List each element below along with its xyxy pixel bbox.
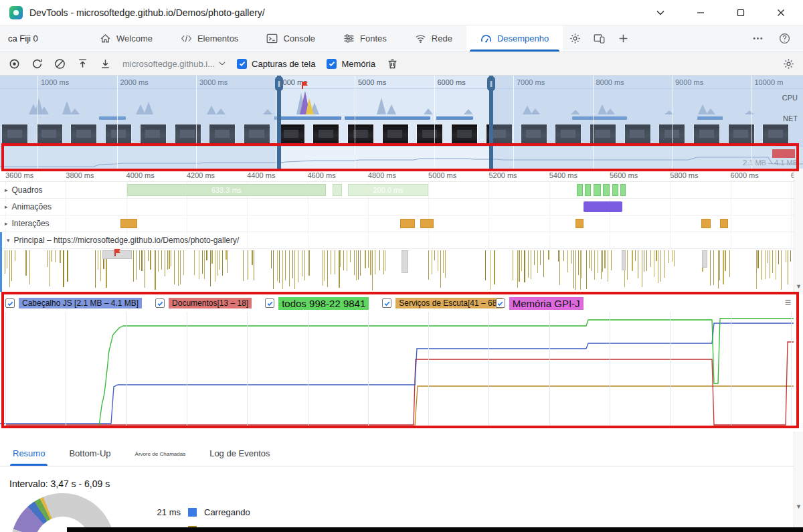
animation-bar[interactable] bbox=[584, 201, 622, 212]
details-tab-bottom-up[interactable]: Bottom-Up bbox=[69, 448, 110, 466]
flame-activity-tick bbox=[360, 250, 361, 276]
interaction-bar[interactable] bbox=[120, 219, 137, 228]
details-scrollbar[interactable]: ▼ bbox=[794, 432, 803, 527]
flame-activity-tick bbox=[95, 250, 96, 288]
flame-activity-tick bbox=[571, 250, 571, 264]
interactions-track-label[interactable]: ▸ Interações bbox=[5, 219, 52, 228]
interaction-bar[interactable] bbox=[720, 219, 728, 228]
frames-track-label[interactable]: ▸ Quadros bbox=[5, 185, 46, 195]
interaction-bar[interactable] bbox=[701, 219, 711, 228]
counter-legend-item[interactable]: Documentos[13 – 18] bbox=[155, 298, 252, 308]
flame-gray-block bbox=[622, 250, 626, 270]
flame-activity-tick bbox=[443, 250, 444, 273]
device-toolbar-icon[interactable] bbox=[587, 25, 611, 52]
selection-handle-left[interactable]: ∥ bbox=[277, 76, 281, 169]
tab-elementos[interactable]: Elementos bbox=[167, 25, 252, 52]
trash-icon[interactable] bbox=[387, 58, 398, 70]
animations-track[interactable]: ▸ Animações bbox=[0, 199, 794, 215]
counter-legend-item[interactable]: Memória GPI-J bbox=[496, 297, 584, 310]
chevron-down-icon[interactable] bbox=[650, 4, 671, 21]
flame-activity-tick bbox=[7, 250, 7, 268]
timeline-flag-icon bbox=[302, 82, 303, 89]
scroll-down-icon[interactable]: ▼ bbox=[794, 283, 803, 290]
main-track-header[interactable]: ▾ Principal – https://microsoftedge.gith… bbox=[2, 232, 794, 249]
frame-bar[interactable]: 633.3 ms bbox=[127, 184, 326, 196]
hamburger-icon[interactable]: ≡ bbox=[785, 296, 791, 308]
download-profile-icon[interactable] bbox=[100, 58, 111, 70]
frame-bar[interactable] bbox=[333, 184, 342, 196]
devtools-tab-bar: ca Fiji 0 WelcomeElementosConsoleFontesR… bbox=[0, 25, 803, 52]
overview-gridline bbox=[434, 76, 435, 169]
screenshots-checkbox[interactable] bbox=[237, 59, 247, 69]
memory-checkbox[interactable] bbox=[327, 59, 337, 69]
animations-track-label[interactable]: ▸ Animações bbox=[5, 202, 54, 211]
tab-rede[interactable]: Rede bbox=[401, 25, 466, 52]
counter-legend-item[interactable]: Cabeçalho JS [2.1 MB – 4.1 MB] bbox=[5, 298, 142, 308]
ruler-label: 5600 ms bbox=[610, 171, 638, 179]
flame-activity-tick bbox=[243, 250, 244, 281]
page-selector[interactable]: microsoftedge.github.i... bbox=[122, 59, 226, 69]
maximize-icon[interactable] bbox=[731, 4, 751, 21]
ruler-label: 5800 ms bbox=[670, 171, 698, 179]
counter-legend-item[interactable]: Serviços de Escuta[41 – 68] bbox=[382, 298, 502, 308]
flame-activity-tick bbox=[204, 250, 205, 279]
memory-counters-chart[interactable] bbox=[0, 312, 794, 426]
flame-activity-tick bbox=[440, 250, 441, 288]
record-icon[interactable] bbox=[9, 58, 20, 70]
screenshot-thumbnail bbox=[278, 124, 305, 145]
tab-welcome[interactable]: Welcome bbox=[86, 25, 167, 52]
flame-activity-tick bbox=[308, 250, 310, 276]
details-tab-resumo[interactable]: Resumo bbox=[13, 448, 45, 466]
counter-checkbox[interactable] bbox=[265, 298, 274, 308]
tracks-scrollbar[interactable]: ▼ bbox=[794, 169, 803, 292]
flame-activity-tick bbox=[642, 250, 642, 287]
frame-bar[interactable]: 200.0 ms bbox=[348, 184, 428, 196]
flame-activity-tick bbox=[543, 250, 544, 277]
minimize-icon[interactable] bbox=[691, 4, 711, 21]
details-tab-log-de-eventos[interactable]: Log de Eventos bbox=[209, 448, 270, 466]
close-icon[interactable] bbox=[771, 4, 791, 21]
gear-icon[interactable] bbox=[563, 25, 587, 52]
flame-activity-tick bbox=[770, 250, 770, 278]
flame-activity-tick bbox=[372, 250, 373, 290]
memory-option[interactable]: Memória bbox=[327, 59, 375, 69]
plus-icon[interactable] bbox=[611, 25, 635, 52]
flame-activity-tick bbox=[517, 250, 518, 288]
flame-activity-tick bbox=[710, 250, 711, 286]
tab-desempenho[interactable]: Desempenho bbox=[466, 25, 563, 52]
reload-icon[interactable] bbox=[31, 58, 43, 70]
main-thread-track[interactable]: ▾ Principal – https://microsoftedge.gith… bbox=[0, 232, 794, 292]
flame-activity-tick bbox=[206, 250, 207, 260]
counter-checkbox[interactable] bbox=[382, 298, 391, 308]
block-icon[interactable] bbox=[54, 58, 66, 70]
interaction-bar[interactable] bbox=[575, 219, 584, 228]
flame-activity-tick bbox=[298, 250, 298, 282]
tab-console[interactable]: Console bbox=[252, 25, 329, 52]
flame-chart[interactable] bbox=[2, 249, 794, 292]
help-icon[interactable] bbox=[772, 25, 796, 52]
flame-activity-tick bbox=[347, 250, 347, 271]
counter-checkbox[interactable] bbox=[496, 298, 505, 308]
emulation-label[interactable]: ca Fiji 0 bbox=[0, 25, 86, 52]
tab-fontes[interactable]: Fontes bbox=[329, 25, 401, 52]
screenshots-option[interactable]: Capturas de tela bbox=[237, 59, 315, 69]
settings-gear-icon[interactable] bbox=[783, 58, 794, 70]
timeline-overview[interactable]: 1000 ms2000 ms3000 ms4000 ms5000 ms6000 … bbox=[0, 76, 803, 169]
counter-legend-item[interactable]: todos 998-22 9841 bbox=[265, 297, 369, 310]
upload-profile-icon[interactable] bbox=[77, 58, 88, 70]
flame-activity-tick bbox=[534, 250, 535, 265]
counter-checkbox[interactable] bbox=[5, 298, 15, 308]
interaction-bar[interactable] bbox=[400, 219, 415, 228]
chart-gridline bbox=[731, 312, 731, 426]
overview-dim-left bbox=[0, 76, 277, 169]
timeline-tracks: ▸ Quadros 633.3 ms 200.0 ms ▸ Animações … bbox=[0, 182, 794, 292]
scroll-down-icon[interactable]: ▼ bbox=[794, 503, 803, 510]
interactions-track[interactable]: ▸ Interações bbox=[0, 215, 794, 232]
counter-checkbox[interactable] bbox=[155, 298, 165, 308]
frames-track[interactable]: ▸ Quadros 633.3 ms 200.0 ms bbox=[0, 182, 794, 199]
details-tab--rvore-de-chamadas[interactable]: Árvore de Chamadas bbox=[135, 451, 186, 466]
interaction-bar[interactable] bbox=[420, 219, 434, 228]
main-track-label[interactable]: ▾ Principal – https://microsoftedge.gith… bbox=[7, 236, 242, 245]
selection-handle-right[interactable]: ∥ bbox=[489, 76, 493, 169]
more-icon[interactable] bbox=[745, 25, 770, 52]
